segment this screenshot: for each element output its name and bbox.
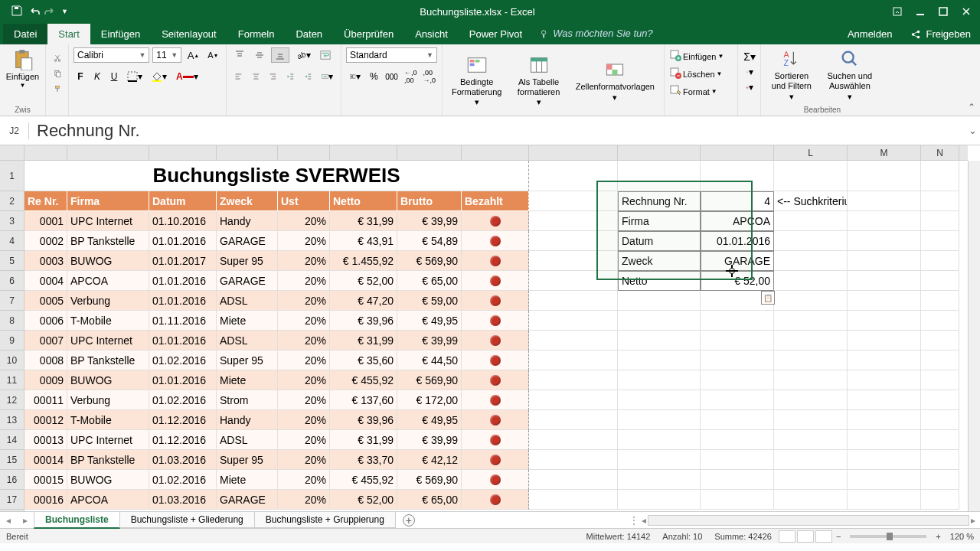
row-header[interactable]: 2 [0, 191, 24, 211]
autosum-icon[interactable]: Σ▾ [743, 49, 756, 64]
cell[interactable] [618, 161, 701, 191]
cell[interactable]: Handy [217, 410, 278, 430]
cell[interactable]: 20% [278, 350, 330, 370]
cell[interactable] [462, 410, 529, 430]
column-header[interactable] [462, 145, 529, 160]
cell[interactable] [921, 211, 959, 231]
find-select-button[interactable]: Suchen und Auswählen▾ [821, 47, 879, 103]
cell[interactable]: € 52,00 [701, 271, 774, 291]
cell[interactable]: 01.01.2016 [149, 370, 217, 390]
cell[interactable]: 20% [278, 490, 330, 510]
cell[interactable] [848, 350, 921, 370]
cell[interactable]: 00012 [24, 410, 67, 430]
insert-cells-icon[interactable] [669, 49, 681, 64]
column-header[interactable]: M [848, 145, 921, 160]
cell[interactable] [462, 450, 529, 470]
cell[interactable]: T-Mobile [67, 410, 149, 430]
cell[interactable] [462, 211, 529, 231]
undo-icon[interactable] [28, 5, 40, 19]
sheet-nav-next[interactable]: ▸ [17, 515, 34, 526]
redo-icon[interactable] [44, 5, 57, 19]
column-header[interactable] [217, 145, 278, 160]
cell[interactable] [701, 410, 774, 430]
cell[interactable]: 20% [278, 271, 330, 291]
tab-page-layout[interactable]: Seitenlayout [151, 24, 227, 44]
cell[interactable] [529, 410, 618, 430]
row-header[interactable]: 9 [0, 331, 24, 350]
percent-format-icon[interactable]: % [367, 69, 381, 84]
cell[interactable]: € 569,90 [397, 370, 462, 390]
row-header[interactable]: 16 [0, 470, 24, 490]
tab-insert[interactable]: Einfügen [90, 24, 151, 44]
cell[interactable] [529, 311, 618, 331]
comma-format-icon[interactable]: 000 [384, 69, 400, 84]
sheet-tab-3[interactable]: Buchungsliste + Gruppierung [254, 512, 396, 528]
cell[interactable]: Firma [67, 191, 149, 211]
cell[interactable] [848, 191, 921, 211]
name-box[interactable]: J2 [0, 122, 29, 139]
cell[interactable] [774, 350, 848, 370]
sheet-nav-prev[interactable]: ◂ [0, 515, 17, 526]
cell[interactable]: 20% [278, 390, 330, 410]
cell[interactable] [848, 430, 921, 450]
fill-color-icon[interactable]: ▾ [149, 69, 170, 84]
cell[interactable]: € 54,89 [397, 231, 462, 251]
cell[interactable] [529, 490, 618, 510]
font-color-icon[interactable]: A▾ [173, 69, 201, 84]
cell[interactable] [701, 331, 774, 350]
cell[interactable]: GARAGE [701, 251, 774, 271]
cell[interactable] [774, 450, 848, 470]
cell[interactable] [848, 331, 921, 350]
cell[interactable] [774, 470, 848, 490]
cell[interactable] [701, 161, 774, 191]
column-header[interactable]: N [921, 145, 959, 160]
format-cells-button[interactable]: Format [683, 87, 710, 96]
cell[interactable]: € 49,95 [397, 410, 462, 430]
cell[interactable] [701, 390, 774, 410]
cell[interactable] [462, 350, 529, 370]
row-header[interactable]: 5 [0, 251, 24, 271]
cell[interactable] [774, 211, 848, 231]
cell[interactable]: 0003 [24, 251, 67, 271]
cell[interactable]: € 569,90 [397, 251, 462, 271]
cell[interactable] [529, 350, 618, 370]
cell[interactable] [921, 331, 959, 350]
cell[interactable]: € 43,91 [330, 231, 397, 251]
row-header[interactable]: 8 [0, 311, 24, 331]
page-layout-view-icon[interactable] [797, 530, 814, 543]
cell[interactable] [848, 450, 921, 470]
cut-icon[interactable] [51, 51, 64, 66]
cell[interactable]: Miete [217, 470, 278, 490]
cell[interactable] [529, 470, 618, 490]
cell[interactable]: € 1.455,92 [330, 251, 397, 271]
cell[interactable]: € 137,60 [330, 390, 397, 410]
cell[interactable]: BUWOG [67, 470, 149, 490]
row-header[interactable]: 7 [0, 291, 24, 311]
cell[interactable] [774, 490, 848, 510]
cell[interactable]: 01.02.2016 [149, 470, 217, 490]
cell[interactable]: BP Tankstelle [67, 231, 149, 251]
cell[interactable] [921, 470, 959, 490]
cell[interactable]: 01.10.2016 [149, 211, 217, 231]
cell[interactable] [618, 410, 701, 430]
cell[interactable]: 00015 [24, 470, 67, 490]
cell[interactable] [618, 311, 701, 331]
cell[interactable]: € 569,90 [397, 470, 462, 490]
sheet-tab-1[interactable]: Buchungsliste [34, 512, 120, 529]
cell[interactable]: € 44,50 [397, 350, 462, 370]
cell[interactable] [462, 231, 529, 251]
column-header[interactable]: L [774, 145, 848, 160]
cell[interactable] [848, 410, 921, 430]
zoom-slider[interactable] [850, 535, 926, 538]
cell[interactable]: Verbung [67, 390, 149, 410]
cell[interactable]: € 39,99 [397, 430, 462, 450]
font-name-combo[interactable]: Calibri▼ [74, 47, 149, 63]
cell[interactable]: € 52,00 [330, 271, 397, 291]
cell[interactable] [618, 370, 701, 390]
format-as-table-button[interactable]: Als Tabelle formatieren▾ [509, 53, 567, 109]
cell[interactable]: 00011 [24, 390, 67, 410]
cell[interactable]: Datum [149, 191, 217, 211]
save-icon[interactable] [11, 5, 23, 19]
font-size-combo[interactable]: 11▼ [152, 47, 181, 63]
cell[interactable] [618, 291, 701, 311]
